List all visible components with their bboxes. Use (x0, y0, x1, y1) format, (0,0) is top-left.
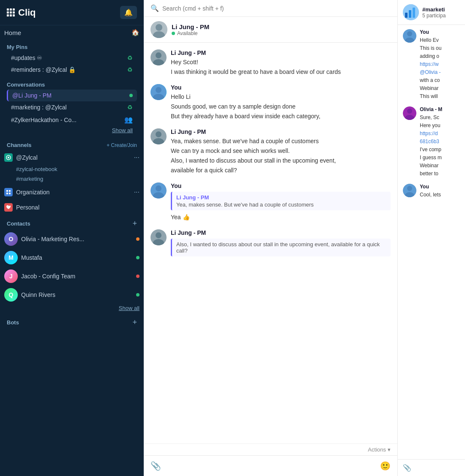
add-bot-button[interactable]: + (132, 318, 137, 327)
channel-zylcal-menu[interactable]: ··· (134, 154, 140, 161)
channel-zylcal: @Zylcal ··· #zylcal-notebook #marketing (0, 150, 144, 185)
emoji-button[interactable]: 🙂 (380, 461, 391, 471)
right-msg2-content: Olivia - M Sure, Sc Here you https://d 6… (420, 106, 460, 178)
msg4-quote-text: Yea, makes sense. But we've had a couple… (176, 201, 386, 208)
bots-label: Bots (7, 319, 19, 326)
svg-rect-3 (9, 190, 11, 192)
lijung-label: @Li Jung - PM (12, 92, 52, 99)
msg5-avatar (150, 229, 167, 245)
main-chat-area: 🔍 Li Jung - PM Available (144, 0, 397, 476)
app-name: Cliq (18, 7, 36, 18)
svg-rect-27 (413, 8, 415, 18)
msg4-content: You Li Jung - PM Yea, makes sense. But w… (171, 182, 391, 223)
olivia-status (136, 237, 140, 241)
message-group-1: Li Jung - PM Hey Scott! I was thinking i… (150, 49, 391, 77)
actions-button[interactable]: Actions ▾ (368, 446, 391, 453)
sidebar-item-lijung[interactable]: @Li Jung - PM (7, 90, 137, 101)
sidebar-item-zylker[interactable]: #ZylkerHackathon - Co... 👥 (7, 113, 137, 126)
right-input-area: 📎 (398, 459, 465, 476)
channel-personal-left: Personal (4, 203, 39, 212)
quinn-initials: Q (4, 288, 18, 302)
svg-point-1 (8, 157, 9, 158)
right-msg3-avatar (403, 184, 416, 197)
my-pins-section: My Pins #updates ♾ ♻ #reminders : @Zylca… (0, 40, 144, 77)
chat-header-status: Available (172, 30, 391, 36)
sidebar-item-home[interactable]: Home 🏠 (0, 25, 144, 40)
svg-point-32 (407, 109, 412, 114)
svg-rect-26 (409, 10, 411, 18)
channel-zylcal-label: @Zylcal (16, 154, 38, 161)
channel-marketing[interactable]: #marketing (0, 174, 144, 184)
grid-icon (7, 8, 15, 16)
channel-organization: Organization ··· (0, 185, 144, 200)
channels-header: Channels + Create/Join (0, 138, 144, 150)
contact-quinn[interactable]: Q Quinn Rivers (0, 286, 144, 304)
search-bar: 🔍 (144, 0, 397, 17)
message-group-3: Li Jung - PM Yea, makes sense. But we've… (150, 128, 391, 176)
pin-updates-label: #updates ♾ (11, 54, 43, 61)
channel-organization-item[interactable]: Organization ··· (0, 185, 144, 199)
message-input[interactable] (165, 462, 376, 469)
contact-olivia-avatar: O (4, 232, 18, 246)
contact-mustafa[interactable]: M Mustafa (0, 248, 144, 267)
chat-header-avatar (150, 21, 167, 38)
right-msg2-text: Sure, Sc Here you https://d 681c6b3 I've… (420, 113, 460, 178)
channel-zylcal-item[interactable]: @Zylcal ··· (0, 151, 144, 164)
chevron-down-icon: ▾ (388, 446, 391, 453)
message-group-4: You Li Jung - PM Yea, makes sense. But w… (150, 182, 391, 223)
group-icon: 👥 (124, 116, 133, 124)
lijung-right (129, 94, 133, 97)
app-logo[interactable]: Cliq (7, 7, 36, 18)
attach-button[interactable]: 📎 (150, 461, 161, 471)
right-msg3-content: You Cool, lets (420, 184, 460, 199)
notifications-button[interactable]: 🔔 (120, 6, 137, 19)
zylker-right: 👥 (124, 116, 133, 124)
channel-zylcal-left: @Zylcal (4, 153, 38, 162)
quinn-status (136, 293, 140, 296)
right-panel-avatar (403, 4, 419, 20)
chat-header: Li Jung - PM Available (144, 17, 397, 43)
pin-updates[interactable]: #updates ♾ ♻ (7, 52, 137, 64)
pin-updates-right: ♻ (127, 54, 133, 61)
channel-org-menu[interactable]: ··· (134, 188, 140, 196)
msg4-quote-sender: Li Jung - PM (176, 194, 386, 201)
right-msg3-text: Cool, lets (420, 190, 460, 199)
zylker-label: #ZylkerHackathon - Co... (11, 117, 77, 123)
right-attach-button[interactable]: 📎 (403, 464, 411, 472)
svg-point-7 (156, 24, 162, 31)
contact-quinn-left: Q Quinn Rivers (4, 288, 55, 302)
mustafa-status (136, 256, 140, 259)
sidebar: Cliq 🔔 Home 🏠 My Pins #updates ♾ ♻ #remi… (0, 0, 144, 476)
conversations-show-all[interactable]: Show all (7, 126, 137, 136)
search-input[interactable] (162, 5, 391, 12)
msg4-quote: Li Jung - PM Yea, makes sense. But we've… (171, 192, 391, 210)
svg-point-13 (156, 87, 161, 93)
contact-quinn-avatar: Q (4, 288, 18, 302)
actions-label: Actions (368, 446, 386, 453)
marketing-right: ♻ (127, 104, 133, 111)
pin-updates-left: #updates ♾ (11, 54, 43, 61)
channel-zylcal-notebook[interactable]: #zylcal-notebook (0, 164, 144, 174)
svg-point-16 (156, 131, 161, 137)
right-msg-2: Olivia - M Sure, Sc Here you https://d 6… (403, 106, 460, 178)
channel-org-left: Organization (4, 188, 49, 196)
sidebar-item-marketing[interactable]: #marketing : @Zylcal ♻ (7, 101, 137, 113)
pin-reminders-label: #reminders : @Zylcal 🔒 (11, 66, 76, 73)
contacts-show-all[interactable]: Show all (0, 304, 144, 314)
channel-personal-item[interactable]: Personal (0, 201, 144, 214)
msg1-avatar (150, 49, 167, 65)
contact-olivia[interactable]: O Olivia - Marketing Res... (0, 230, 144, 248)
add-contact-button[interactable]: + (132, 219, 137, 228)
msg5-quote: Also, I wanted to discuss about our stal… (171, 239, 391, 256)
contact-jacob-label: Jacob - Config Team (21, 273, 75, 280)
create-join-button[interactable]: + Create/Join (107, 142, 137, 148)
right-msg3-sender: You (420, 184, 460, 190)
right-panel-messages[interactable]: You Hello Ev This is ou adding o https:/… (398, 25, 465, 459)
pin-reminders[interactable]: #reminders : @Zylcal 🔒 ♻ (7, 64, 137, 76)
channel-personal-icon (4, 203, 13, 212)
online-indicator (129, 94, 133, 97)
contact-jacob[interactable]: J Jacob - Config Team (0, 267, 144, 286)
msg2-sender: You (171, 84, 391, 91)
msg3-avatar (150, 128, 167, 144)
messages-area[interactable]: Li Jung - PM Hey Scott! I was thinking i… (144, 43, 397, 443)
